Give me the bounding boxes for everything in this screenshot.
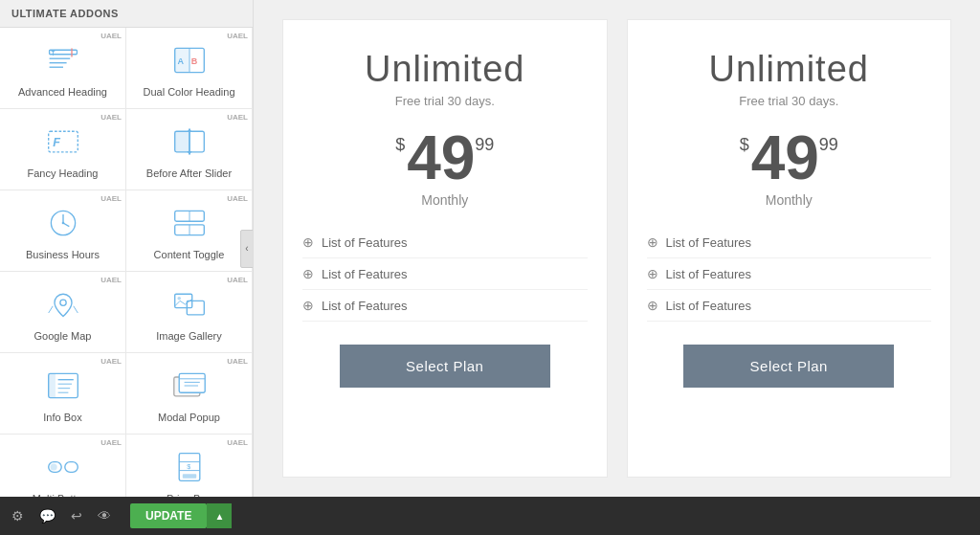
sidebar-item-label: Price Box [167,492,212,497]
feature-text: List of Features [322,299,408,313]
advanced-heading-icon: T [44,41,82,79]
sidebar-item-label: Content Toggle [154,248,225,261]
sidebar-item-fancy-heading[interactable]: UAEL F Fancy Heading [0,109,126,190]
undo-icon[interactable]: ↩ [71,508,82,524]
sidebar-item-advanced-heading[interactable]: UAEL T Advanced Heading [0,28,126,109]
sidebar-item-info-box[interactable]: UAEL Info Box [0,353,126,435]
eye-icon[interactable]: 👁 [98,508,111,524]
update-button[interactable]: UPDATE [130,503,207,528]
feature-item: ⊕ List of Features [647,227,932,258]
feature-add-icon: ⊕ [302,298,314,313]
sidebar-item-label: Google Map [34,329,92,343]
uael-badge: UAEL [227,276,248,284]
update-dropdown-button[interactable]: ▲ [207,503,232,528]
sidebar-item-label: Advanced Heading [18,85,107,99]
bottom-toolbar: ⚙ 💬 ↩ 👁 UPDATE ▲ [0,497,980,535]
select-plan-button-1[interactable]: Select Plan [340,345,550,388]
svg-marker-16 [187,128,191,132]
plan-name-1: Unlimited [365,49,524,90]
multi-buttons-icon [44,448,82,486]
sidebar-item-google-map[interactable]: UAEL Google Map [0,272,126,353]
svg-line-28 [73,306,78,313]
svg-marker-17 [187,151,191,155]
svg-point-26 [59,300,65,305]
uael-badge: UAEL [100,438,122,447]
feature-add-icon: ⊕ [302,234,314,250]
chat-icon[interactable]: 💬 [39,508,56,524]
select-plan-button-2[interactable]: Select Plan [683,345,894,388]
svg-text:A: A [177,56,184,65]
feature-add-icon: ⊕ [647,298,658,313]
features-list-2: ⊕ List of Features ⊕ List of Features ⊕ … [647,227,932,322]
feature-item: ⊕ List of Features [302,258,588,290]
svg-point-45 [50,463,56,470]
pricing-card-1: Unlimited Free trial 30 days. $ 49 99 Mo… [282,19,608,478]
sidebar-item-label: Before After Slider [146,167,232,180]
uael-badge: UAEL [100,32,122,40]
sidebar-item-before-after-slider[interactable]: UAEL Before After Slider [126,109,253,190]
price-period-1: Monthly [421,192,468,208]
price-container-1: $ 49 99 [395,127,494,189]
sidebar-item-label: Modal Popup [158,411,220,424]
feature-text: List of Features [666,235,752,250]
price-box-icon: $ [170,448,209,486]
google-map-icon [44,285,82,323]
sidebar-item-label: Fancy Heading [28,167,99,180]
sidebar-item-label: Image Gallery [156,329,221,343]
feature-text: List of Features [666,267,752,281]
svg-line-27 [48,306,53,313]
feature-item: ⊕ List of Features [647,258,932,290]
price-currency-2: $ [740,135,749,155]
feature-text: List of Features [666,299,752,313]
sidebar: ULTIMATE ADDONS UAEL T Advanced Heading [0,0,254,497]
content-area: Unlimited Free trial 30 days. $ 49 99 Mo… [254,0,980,497]
plan-subtitle-1: Free trial 30 days. [395,94,495,108]
content-toggle-icon [170,204,209,242]
svg-rect-50 [182,474,195,479]
price-period-2: Monthly [766,192,813,208]
uael-badge: UAEL [227,113,248,122]
sidebar-item-modal-popup[interactable]: UAEL Modal Popup [126,353,253,435]
before-after-slider-icon [170,123,209,161]
feature-item: ⊕ List of Features [647,290,932,322]
feature-text: List of Features [322,235,408,250]
svg-text:B: B [190,56,197,65]
features-list-1: ⊕ List of Features ⊕ List of Features ⊕ … [302,227,588,322]
price-cents-1: 99 [475,135,494,155]
price-cents-2: 99 [819,135,838,155]
svg-rect-33 [48,373,55,397]
uael-badge: UAEL [100,357,122,366]
sidebar-item-dual-color-heading[interactable]: UAEL A B Dual Color Heading [126,28,253,109]
sidebar-item-label: Business Hours [26,248,100,261]
sidebar-grid: UAEL T Advanced Heading UAEL [0,28,253,497]
uael-badge: UAEL [227,194,248,203]
sidebar-collapse-handle[interactable]: ‹ [240,230,254,268]
uael-badge: UAEL [100,113,122,122]
sidebar-item-price-box[interactable]: UAEL $ Price Box [126,435,253,497]
uael-badge: UAEL [100,276,122,284]
feature-add-icon: ⊕ [302,266,314,281]
fancy-heading-icon: F [44,123,82,161]
sidebar-item-multi-buttons[interactable]: UAEL Multi Buttons [0,435,126,497]
dual-color-heading-icon: A B [170,41,209,79]
svg-point-31 [177,297,181,301]
sidebar-item-content-toggle[interactable]: UAEL Content Toggle [126,190,253,272]
settings-icon[interactable]: ⚙ [11,508,24,524]
pricing-card-2: Unlimited Free trial 30 days. $ 49 99 Mo… [627,19,952,478]
main-container: ULTIMATE ADDONS UAEL T Advanced Heading [0,0,980,497]
image-gallery-icon [170,285,209,323]
sidebar-item-business-hours[interactable]: UAEL Business Hours [0,190,126,272]
sidebar-item-image-gallery[interactable]: UAEL Image Gallery [126,272,253,353]
uael-badge: UAEL [227,32,248,40]
price-container-2: $ 49 99 [740,127,838,189]
uael-badge: UAEL [100,194,122,203]
uael-badge: UAEL [227,357,248,366]
update-group: UPDATE ▲ [130,503,232,528]
uael-badge: UAEL [227,438,248,447]
sidebar-item-label: Dual Color Heading [144,85,235,99]
plan-name-2: Unlimited [709,49,869,90]
feature-item: ⊕ List of Features [302,227,588,258]
price-amount-2: 49 [751,127,819,189]
svg-text:T: T [51,49,55,56]
sidebar-item-label: Info Box [43,411,81,424]
